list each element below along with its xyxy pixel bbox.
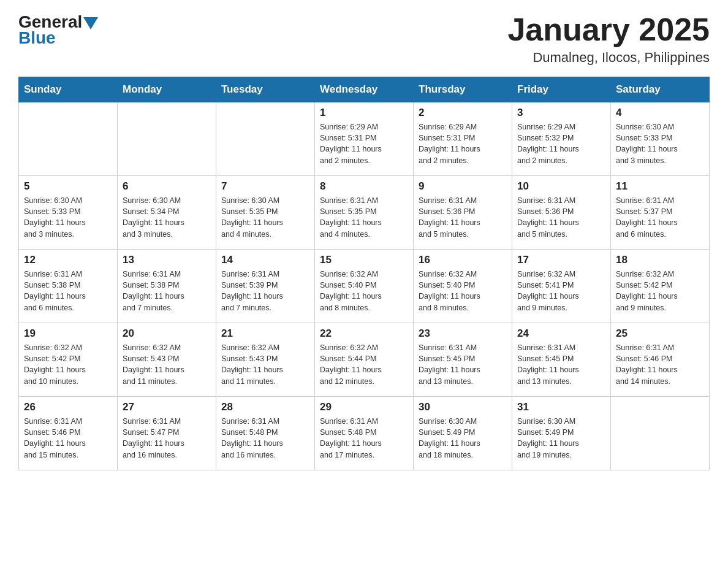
calendar-cell: 24Sunrise: 6:31 AM Sunset: 5:45 PM Dayli…: [512, 323, 611, 397]
cell-sun-info: Sunrise: 6:32 AM Sunset: 5:43 PM Dayligh…: [221, 342, 309, 387]
calendar-cell: 21Sunrise: 6:32 AM Sunset: 5:43 PM Dayli…: [216, 323, 315, 397]
cell-sun-info: Sunrise: 6:31 AM Sunset: 5:48 PM Dayligh…: [320, 416, 408, 461]
cell-day-number: 28: [221, 401, 309, 413]
cell-day-number: 17: [517, 254, 605, 266]
cell-day-number: 26: [24, 401, 112, 413]
calendar-cell: 2Sunrise: 6:29 AM Sunset: 5:31 PM Daylig…: [414, 102, 512, 176]
cell-sun-info: Sunrise: 6:30 AM Sunset: 5:49 PM Dayligh…: [517, 416, 605, 461]
calendar-cell: 6Sunrise: 6:30 AM Sunset: 5:34 PM Daylig…: [118, 176, 216, 250]
cell-sun-info: Sunrise: 6:32 AM Sunset: 5:42 PM Dayligh…: [24, 342, 112, 387]
calendar-week-row: 1Sunrise: 6:29 AM Sunset: 5:31 PM Daylig…: [19, 102, 710, 176]
cell-sun-info: Sunrise: 6:31 AM Sunset: 5:46 PM Dayligh…: [616, 342, 704, 387]
cell-sun-info: Sunrise: 6:32 AM Sunset: 5:44 PM Dayligh…: [320, 342, 408, 387]
calendar-cell: 3Sunrise: 6:29 AM Sunset: 5:32 PM Daylig…: [512, 102, 611, 176]
cell-sun-info: Sunrise: 6:29 AM Sunset: 5:31 PM Dayligh…: [320, 121, 408, 166]
logo: General Blue: [18, 12, 98, 48]
column-header-thursday: Thursday: [414, 77, 512, 102]
calendar-cell: 27Sunrise: 6:31 AM Sunset: 5:47 PM Dayli…: [118, 397, 216, 470]
calendar-cell: 7Sunrise: 6:30 AM Sunset: 5:35 PM Daylig…: [216, 176, 315, 250]
column-header-tuesday: Tuesday: [216, 77, 315, 102]
calendar-cell: [118, 102, 216, 176]
cell-day-number: 1: [320, 107, 408, 119]
calendar-cell: 18Sunrise: 6:32 AM Sunset: 5:42 PM Dayli…: [611, 250, 710, 323]
calendar-cell: 10Sunrise: 6:31 AM Sunset: 5:36 PM Dayli…: [512, 176, 611, 250]
cell-day-number: 23: [419, 327, 507, 340]
cell-day-number: 5: [24, 180, 112, 193]
cell-day-number: 10: [517, 180, 605, 193]
calendar-cell: 28Sunrise: 6:31 AM Sunset: 5:48 PM Dayli…: [216, 397, 315, 470]
cell-sun-info: Sunrise: 6:29 AM Sunset: 5:32 PM Dayligh…: [517, 121, 605, 166]
calendar-cell: 25Sunrise: 6:31 AM Sunset: 5:46 PM Dayli…: [611, 323, 710, 397]
cell-day-number: 25: [616, 327, 704, 340]
column-header-friday: Friday: [512, 77, 611, 102]
calendar-week-row: 12Sunrise: 6:31 AM Sunset: 5:38 PM Dayli…: [19, 250, 710, 323]
calendar-cell: 23Sunrise: 6:31 AM Sunset: 5:45 PM Dayli…: [414, 323, 512, 397]
calendar-cell: 1Sunrise: 6:29 AM Sunset: 5:31 PM Daylig…: [315, 102, 414, 176]
calendar-cell: 8Sunrise: 6:31 AM Sunset: 5:35 PM Daylig…: [315, 176, 414, 250]
cell-sun-info: Sunrise: 6:31 AM Sunset: 5:36 PM Dayligh…: [517, 195, 605, 240]
column-header-monday: Monday: [118, 77, 216, 102]
cell-sun-info: Sunrise: 6:32 AM Sunset: 5:40 PM Dayligh…: [419, 269, 507, 313]
calendar-cell: [611, 397, 710, 470]
cell-sun-info: Sunrise: 6:30 AM Sunset: 5:35 PM Dayligh…: [221, 195, 309, 240]
cell-day-number: 19: [24, 327, 112, 340]
calendar-cell: 17Sunrise: 6:32 AM Sunset: 5:41 PM Dayli…: [512, 250, 611, 323]
logo-blue-text: Blue: [18, 28, 56, 48]
cell-day-number: 29: [320, 401, 408, 413]
cell-day-number: 11: [616, 180, 704, 193]
cell-sun-info: Sunrise: 6:32 AM Sunset: 5:40 PM Dayligh…: [320, 269, 408, 313]
cell-sun-info: Sunrise: 6:31 AM Sunset: 5:39 PM Dayligh…: [221, 269, 309, 313]
cell-day-number: 27: [123, 401, 211, 413]
cell-day-number: 4: [616, 107, 704, 119]
calendar-cell: 15Sunrise: 6:32 AM Sunset: 5:40 PM Dayli…: [315, 250, 414, 323]
cell-sun-info: Sunrise: 6:31 AM Sunset: 5:46 PM Dayligh…: [24, 416, 112, 461]
calendar-cell: [216, 102, 315, 176]
cell-day-number: 16: [419, 254, 507, 266]
cell-sun-info: Sunrise: 6:31 AM Sunset: 5:47 PM Dayligh…: [123, 416, 211, 461]
calendar-week-row: 5Sunrise: 6:30 AM Sunset: 5:33 PM Daylig…: [19, 176, 710, 250]
cell-sun-info: Sunrise: 6:31 AM Sunset: 5:36 PM Dayligh…: [419, 195, 507, 240]
calendar-week-row: 26Sunrise: 6:31 AM Sunset: 5:46 PM Dayli…: [19, 397, 710, 470]
cell-day-number: 31: [517, 401, 605, 413]
calendar-cell: 22Sunrise: 6:32 AM Sunset: 5:44 PM Dayli…: [315, 323, 414, 397]
cell-sun-info: Sunrise: 6:32 AM Sunset: 5:43 PM Dayligh…: [123, 342, 211, 387]
calendar-cell: 31Sunrise: 6:30 AM Sunset: 5:49 PM Dayli…: [512, 397, 611, 470]
cell-day-number: 13: [123, 254, 211, 266]
cell-sun-info: Sunrise: 6:30 AM Sunset: 5:33 PM Dayligh…: [24, 195, 112, 240]
cell-sun-info: Sunrise: 6:31 AM Sunset: 5:35 PM Dayligh…: [320, 195, 408, 240]
column-header-wednesday: Wednesday: [315, 77, 414, 102]
cell-day-number: 8: [320, 180, 408, 193]
cell-day-number: 3: [517, 107, 605, 119]
cell-day-number: 24: [517, 327, 605, 340]
calendar-cell: 16Sunrise: 6:32 AM Sunset: 5:40 PM Dayli…: [414, 250, 512, 323]
cell-sun-info: Sunrise: 6:31 AM Sunset: 5:48 PM Dayligh…: [221, 416, 309, 461]
cell-sun-info: Sunrise: 6:31 AM Sunset: 5:45 PM Dayligh…: [517, 342, 605, 387]
calendar-cell: 11Sunrise: 6:31 AM Sunset: 5:37 PM Dayli…: [611, 176, 710, 250]
cell-sun-info: Sunrise: 6:32 AM Sunset: 5:41 PM Dayligh…: [517, 269, 605, 313]
cell-day-number: 12: [24, 254, 112, 266]
calendar-cell: 4Sunrise: 6:30 AM Sunset: 5:33 PM Daylig…: [611, 102, 710, 176]
calendar-cell: 9Sunrise: 6:31 AM Sunset: 5:36 PM Daylig…: [414, 176, 512, 250]
cell-day-number: 30: [419, 401, 507, 413]
calendar-cell: 13Sunrise: 6:31 AM Sunset: 5:38 PM Dayli…: [118, 250, 216, 323]
calendar-cell: 12Sunrise: 6:31 AM Sunset: 5:38 PM Dayli…: [19, 250, 118, 323]
calendar-cell: 29Sunrise: 6:31 AM Sunset: 5:48 PM Dayli…: [315, 397, 414, 470]
cell-day-number: 22: [320, 327, 408, 340]
cell-sun-info: Sunrise: 6:30 AM Sunset: 5:49 PM Dayligh…: [419, 416, 507, 461]
cell-sun-info: Sunrise: 6:31 AM Sunset: 5:45 PM Dayligh…: [419, 342, 507, 387]
cell-sun-info: Sunrise: 6:30 AM Sunset: 5:34 PM Dayligh…: [123, 195, 211, 240]
cell-day-number: 20: [123, 327, 211, 340]
calendar-table: SundayMondayTuesdayWednesdayThursdayFrid…: [18, 77, 710, 470]
cell-sun-info: Sunrise: 6:31 AM Sunset: 5:38 PM Dayligh…: [24, 269, 112, 313]
month-title: January 2025: [507, 12, 710, 47]
calendar-cell: 5Sunrise: 6:30 AM Sunset: 5:33 PM Daylig…: [19, 176, 118, 250]
cell-day-number: 14: [221, 254, 309, 266]
cell-sun-info: Sunrise: 6:30 AM Sunset: 5:33 PM Dayligh…: [616, 121, 704, 166]
calendar-cell: 20Sunrise: 6:32 AM Sunset: 5:43 PM Dayli…: [118, 323, 216, 397]
cell-day-number: 2: [419, 107, 507, 119]
column-header-sunday: Sunday: [19, 77, 118, 102]
location-title: Dumalneg, Ilocos, Philippines: [507, 50, 710, 66]
cell-sun-info: Sunrise: 6:32 AM Sunset: 5:42 PM Dayligh…: [616, 269, 704, 313]
cell-sun-info: Sunrise: 6:31 AM Sunset: 5:38 PM Dayligh…: [123, 269, 211, 313]
cell-day-number: 6: [123, 180, 211, 193]
